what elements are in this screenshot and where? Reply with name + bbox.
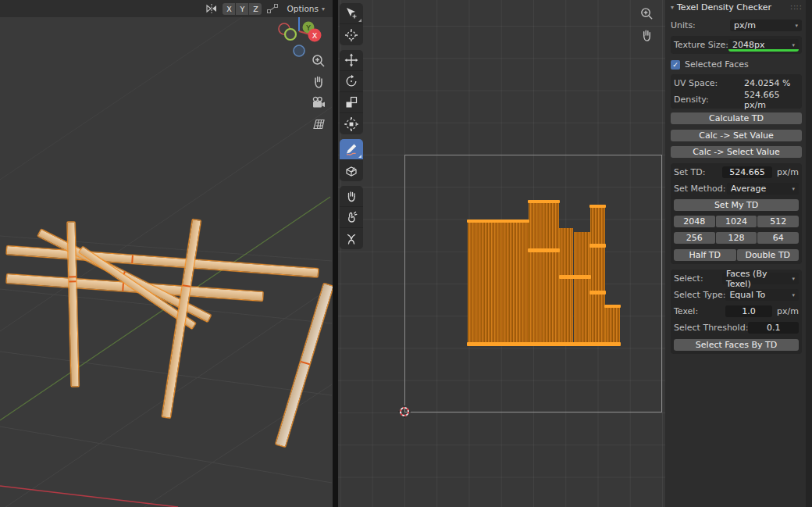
selected-faces-checkbox[interactable]: ✓ — [671, 60, 680, 70]
tweak-select-tool[interactable] — [340, 3, 363, 24]
scale-tool[interactable] — [340, 92, 363, 113]
preset-1024-button[interactable]: 1024 — [716, 216, 757, 227]
grab-tool[interactable] — [340, 186, 363, 207]
zoom-icon[interactable] — [308, 52, 329, 70]
units-dropdown[interactable]: px/m ▾ — [730, 20, 802, 31]
zoom-icon[interactable] — [636, 4, 657, 23]
uv-2d-cursor[interactable] — [398, 405, 411, 418]
orthographic-grid-icon[interactable] — [308, 115, 329, 134]
rip-region-tool[interactable] — [340, 160, 363, 181]
pan-hand-icon[interactable] — [308, 73, 329, 91]
selected-faces-label: Selected Faces — [685, 59, 749, 70]
gizmo-neg-y — [285, 29, 296, 40]
double-td-button[interactable]: Double TD — [737, 249, 800, 261]
chevron-down-icon: ▾ — [792, 42, 795, 48]
set-method-value: Average — [731, 184, 766, 194]
uv-space-value: 24.0254 % — [744, 78, 799, 88]
uv-island-4[interactable] — [574, 232, 590, 345]
units-label: Units: — [671, 20, 730, 30]
uv-edge-bar — [589, 205, 606, 208]
relax-tool[interactable] — [340, 207, 363, 228]
chevron-down-icon: ▾ — [792, 276, 795, 282]
editor-divider[interactable] — [333, 0, 338, 507]
mirror-axis-toggles: X Y Z — [223, 3, 262, 15]
set-method-dropdown[interactable]: Average ▾ — [727, 183, 799, 195]
tool-submenu-indicator — [358, 155, 361, 158]
uv-island-5[interactable] — [590, 206, 605, 345]
select-label: Select: — [674, 273, 722, 284]
uv-island-tall[interactable] — [529, 202, 559, 345]
chevron-down-icon: ▾ — [792, 292, 795, 298]
texel-field[interactable]: 1.0 — [725, 305, 772, 317]
viewport-3d-canvas[interactable] — [0, 17, 333, 507]
half-td-button[interactable]: Half TD — [674, 249, 736, 261]
density-value: 524.665 px/m — [744, 90, 799, 110]
select-faces-by-td-button[interactable]: Select Faces By TD — [674, 339, 799, 351]
gizmo-x-label: X — [312, 31, 318, 40]
pinch-tool[interactable] — [340, 228, 363, 249]
panel-collapse-chevron-icon[interactable]: ▾ — [671, 4, 674, 11]
set-method-label: Set Method: — [674, 184, 727, 194]
select-threshold-label: Select Threshold: — [674, 323, 748, 333]
mirror-y-button[interactable]: Y — [236, 3, 248, 15]
preset-64-button[interactable]: 64 — [757, 232, 799, 244]
options-label: Options — [287, 4, 319, 13]
chevron-down-icon: ▾ — [322, 5, 325, 12]
panel-edge-strip — [806, 0, 812, 507]
viewport-nav-buttons — [308, 52, 329, 134]
calc-select-value-button[interactable]: Calc -> Select Value — [671, 146, 802, 158]
set-my-td-button[interactable]: Set My TD — [674, 199, 799, 211]
select-dropdown[interactable]: Faces (By Texel) ▾ — [722, 273, 799, 284]
panel-grip-icon[interactable]: ∷∷ — [790, 3, 802, 12]
uv-space-label: UV Space: — [674, 78, 744, 88]
set-td-unit: px/m — [772, 167, 799, 177]
gizmo-neg-z — [294, 45, 304, 56]
select-threshold-field[interactable]: 0.1 — [748, 322, 799, 334]
calculate-td-button[interactable]: Calculate TD — [671, 112, 802, 124]
viewport-3d[interactable]: X Y Z Options ▾ — [0, 0, 333, 507]
chevron-down-icon: ▾ — [792, 186, 795, 192]
preset-128-button[interactable]: 128 — [716, 232, 757, 244]
texel-unit: px/m — [772, 306, 799, 316]
texture-size-progress-bar — [728, 49, 799, 52]
set-td-field[interactable]: 524.665 — [722, 166, 772, 178]
blender-window: X Y Z Options ▾ — [0, 0, 812, 507]
select-value: Faces (By Texel) — [726, 269, 792, 289]
options-dropdown[interactable]: Options ▾ — [283, 2, 328, 15]
calc-set-value-button[interactable]: Calc -> Set Value — [671, 130, 802, 141]
texel-density-panel: ▾ Texel Density Checker ∷∷ Units: px/m ▾… — [665, 0, 806, 507]
move-tool[interactable] — [340, 50, 363, 71]
preset-256-button[interactable]: 256 — [674, 232, 715, 244]
uv-island-6[interactable] — [605, 306, 620, 345]
camera-view-icon[interactable] — [308, 94, 329, 112]
axis-x-red — [0, 486, 178, 507]
density-label: Density: — [674, 95, 744, 105]
uv-island-3[interactable] — [559, 228, 573, 345]
texture-size-label: Texture Size: — [674, 40, 728, 50]
uv-edge-bar — [528, 200, 560, 203]
preset-2048-button[interactable]: 2048 — [674, 216, 715, 227]
transform-tool[interactable] — [340, 113, 363, 134]
uv-editor[interactable] — [338, 0, 665, 507]
uv-edge-bar — [467, 220, 529, 223]
chevron-down-icon: ▾ — [795, 23, 798, 29]
uv-toolbar — [340, 3, 363, 254]
select-type-dropdown[interactable]: Equal To ▾ — [725, 289, 799, 301]
preset-512-button[interactable]: 512 — [757, 216, 799, 227]
uv-edge-bar — [528, 248, 560, 252]
cursor-2d-tool[interactable] — [340, 24, 363, 45]
annotate-tool[interactable] — [340, 139, 363, 160]
uv-edge-bar — [589, 291, 606, 295]
panel-title: Texel Density Checker — [677, 2, 787, 12]
proportional-editing-icon[interactable] — [265, 2, 280, 15]
uv-edge-bar — [559, 275, 591, 279]
mirror-z-button[interactable]: Z — [249, 3, 262, 15]
texture-size-dropdown[interactable]: 2048px ▾ — [728, 39, 799, 51]
uv-nav-buttons — [636, 4, 657, 45]
select-type-value: Equal To — [729, 290, 765, 300]
mirror-x-button[interactable]: X — [223, 3, 235, 15]
pan-hand-icon[interactable] — [636, 26, 657, 45]
mirror-icon[interactable] — [205, 2, 219, 15]
texel-label: Texel: — [674, 306, 725, 316]
rotate-tool[interactable] — [340, 71, 363, 92]
